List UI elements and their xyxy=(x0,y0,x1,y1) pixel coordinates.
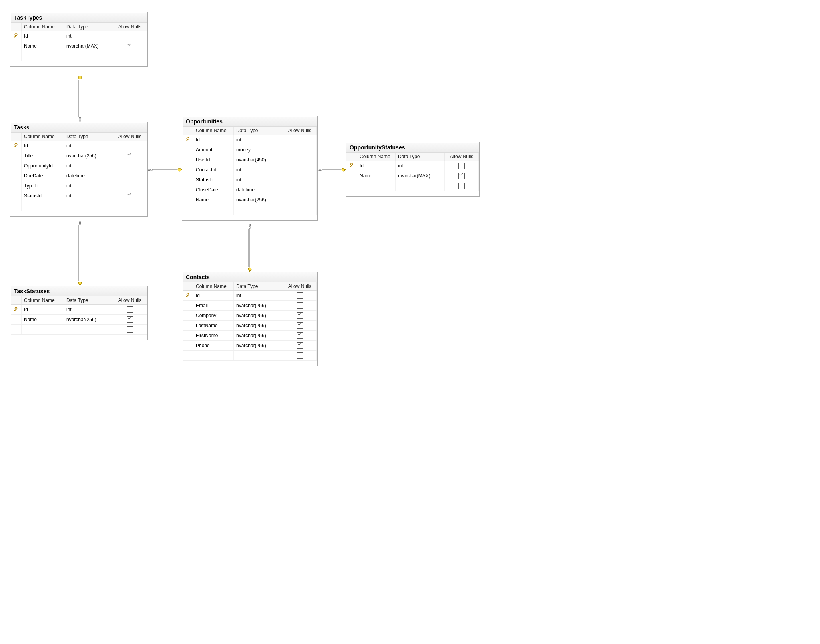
column-type[interactable]: int xyxy=(396,161,445,171)
column-type[interactable]: int xyxy=(234,175,283,185)
table-row[interactable]: StatusIdint xyxy=(11,191,147,201)
allow-nulls-cell[interactable] xyxy=(283,321,317,331)
table-title[interactable]: Contacts xyxy=(183,272,317,282)
column-type[interactable]: int xyxy=(234,135,283,145)
column-type[interactable]: nvarchar(256) xyxy=(234,311,283,321)
table-row[interactable]: OpportunityIdint xyxy=(11,161,147,171)
column-name[interactable]: Name xyxy=(193,195,234,205)
column-name[interactable]: Id xyxy=(22,31,64,41)
column-name[interactable]: Company xyxy=(193,311,234,321)
allow-nulls-cell[interactable] xyxy=(283,331,317,341)
column-type[interactable]: int xyxy=(64,141,113,151)
column-type[interactable]: datetime xyxy=(64,171,113,181)
table-row[interactable]: Namenvarchar(MAX) xyxy=(346,171,479,181)
column-name[interactable]: StatusId xyxy=(193,175,234,185)
allow-nulls-cell[interactable] xyxy=(113,191,147,201)
table-row[interactable]: Namenvarchar(256) xyxy=(11,315,147,325)
allow-nulls-cell[interactable] xyxy=(113,161,147,171)
column-type[interactable]: nvarchar(256) xyxy=(234,331,283,341)
table-title[interactable]: Tasks xyxy=(11,123,147,133)
allow-nulls-cell[interactable] xyxy=(283,311,317,321)
table-row-empty[interactable] xyxy=(11,325,147,335)
allow-nulls-cell[interactable] xyxy=(113,315,147,325)
column-type[interactable]: nvarchar(450) xyxy=(234,155,283,165)
column-type[interactable]: int xyxy=(64,191,113,201)
column-type[interactable]: nvarchar(MAX) xyxy=(64,41,113,51)
db-table-opportunitystatuses[interactable]: OpportunityStatusesColumn NameData TypeA… xyxy=(346,142,480,197)
column-type[interactable]: int xyxy=(64,305,113,315)
table-row[interactable]: Phonenvarchar(256) xyxy=(183,341,317,351)
table-row[interactable]: TypeIdint xyxy=(11,181,147,191)
allow-nulls-cell[interactable] xyxy=(283,165,317,175)
table-row[interactable]: LastNamenvarchar(256) xyxy=(183,321,317,331)
column-name[interactable]: Id xyxy=(22,141,64,151)
column-type[interactable]: int xyxy=(64,31,113,41)
column-type[interactable]: int xyxy=(64,181,113,191)
column-type[interactable]: nvarchar(256) xyxy=(234,321,283,331)
table-row-empty[interactable] xyxy=(11,51,147,61)
column-name[interactable]: StatusId xyxy=(22,191,64,201)
allow-nulls-cell[interactable] xyxy=(113,141,147,151)
column-type[interactable]: nvarchar(256) xyxy=(234,341,283,351)
table-row[interactable]: Idint xyxy=(346,161,479,171)
allow-nulls-cell[interactable] xyxy=(283,155,317,165)
db-table-tasktypes[interactable]: TaskTypesColumn NameData TypeAllow Nulls… xyxy=(10,12,148,67)
table-row[interactable]: Namenvarchar(MAX) xyxy=(11,41,147,51)
allow-nulls-cell[interactable] xyxy=(113,151,147,161)
allow-nulls-cell[interactable] xyxy=(445,171,479,181)
table-title[interactable]: OpportunityStatuses xyxy=(346,143,479,153)
allow-nulls-cell[interactable] xyxy=(113,41,147,51)
table-row[interactable]: Idint xyxy=(11,31,147,41)
table-row[interactable]: Titlenvarchar(256) xyxy=(11,151,147,161)
table-row[interactable]: DueDatedatetime xyxy=(11,171,147,181)
allow-nulls-cell[interactable] xyxy=(283,175,317,185)
table-row-empty[interactable] xyxy=(346,181,479,191)
column-type[interactable]: int xyxy=(64,161,113,171)
allow-nulls-cell[interactable] xyxy=(283,185,317,195)
table-row[interactable]: Emailnvarchar(256) xyxy=(183,301,317,311)
allow-nulls-cell[interactable] xyxy=(283,301,317,311)
table-row[interactable]: Namenvarchar(256) xyxy=(183,195,317,205)
column-name[interactable]: FirstName xyxy=(193,331,234,341)
column-name[interactable]: Id xyxy=(193,135,234,145)
diagram-canvas[interactable]: TaskTypesColumn NameData TypeAllow Nulls… xyxy=(0,0,488,384)
table-row-empty[interactable] xyxy=(183,351,317,361)
table-row-empty[interactable] xyxy=(11,201,147,211)
column-name[interactable]: Id xyxy=(193,291,234,301)
column-name[interactable]: Phone xyxy=(193,341,234,351)
column-type[interactable]: nvarchar(256) xyxy=(234,301,283,311)
column-type[interactable]: datetime xyxy=(234,185,283,195)
column-type[interactable]: money xyxy=(234,145,283,155)
table-row[interactable]: Idint xyxy=(183,135,317,145)
table-row[interactable]: ContactIdint xyxy=(183,165,317,175)
column-type[interactable]: nvarchar(256) xyxy=(64,315,113,325)
allow-nulls-cell[interactable] xyxy=(283,341,317,351)
allow-nulls-cell[interactable] xyxy=(283,135,317,145)
column-type[interactable]: nvarchar(256) xyxy=(64,151,113,161)
column-name[interactable]: Title xyxy=(22,151,64,161)
column-name[interactable]: ContactId xyxy=(193,165,234,175)
column-name[interactable]: Id xyxy=(22,305,64,315)
allow-nulls-cell[interactable] xyxy=(283,291,317,301)
db-table-contacts[interactable]: ContactsColumn NameData TypeAllow NullsI… xyxy=(182,272,318,366)
column-name[interactable]: Name xyxy=(357,171,396,181)
column-type[interactable]: int xyxy=(234,291,283,301)
column-name[interactable]: Name xyxy=(22,315,64,325)
table-row[interactable]: Companynvarchar(256) xyxy=(183,311,317,321)
allow-nulls-cell[interactable] xyxy=(113,305,147,315)
allow-nulls-cell[interactable] xyxy=(113,181,147,191)
column-name[interactable]: Email xyxy=(193,301,234,311)
db-table-tasks[interactable]: TasksColumn NameData TypeAllow NullsIdin… xyxy=(10,122,148,217)
table-title[interactable]: TaskTypes xyxy=(11,13,147,23)
table-row[interactable]: Amountmoney xyxy=(183,145,317,155)
column-name[interactable]: Name xyxy=(22,41,64,51)
column-name[interactable]: OpportunityId xyxy=(22,161,64,171)
column-type[interactable]: int xyxy=(234,165,283,175)
db-table-opportunities[interactable]: OpportunitiesColumn NameData TypeAllow N… xyxy=(182,116,318,221)
table-row[interactable]: UserIdnvarchar(450) xyxy=(183,155,317,165)
table-row[interactable]: StatusIdint xyxy=(183,175,317,185)
table-row[interactable]: Idint xyxy=(11,305,147,315)
table-title[interactable]: Opportunities xyxy=(183,117,317,127)
allow-nulls-cell[interactable] xyxy=(283,195,317,205)
column-name[interactable]: LastName xyxy=(193,321,234,331)
